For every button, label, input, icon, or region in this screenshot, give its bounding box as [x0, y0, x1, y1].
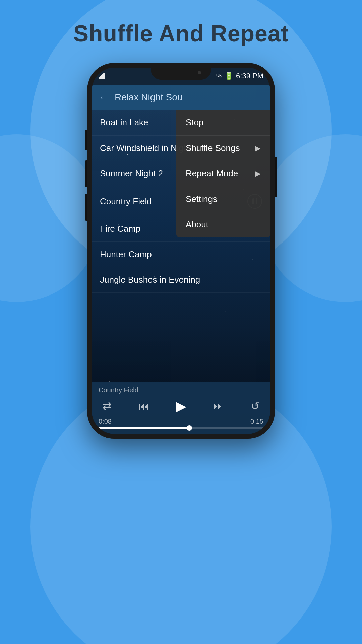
- page-title: Shuffle And Repeat: [73, 20, 289, 46]
- menu-item-stop[interactable]: Stop: [176, 110, 270, 136]
- progress-thumb[interactable]: [187, 425, 192, 431]
- mute-button[interactable]: [85, 194, 87, 221]
- battery-level: %: [216, 73, 222, 80]
- menu-item-repeat[interactable]: Repeat Mode ▶: [176, 161, 270, 186]
- toolbar-title: Relax Night Sou: [115, 92, 263, 103]
- now-playing-label: Country Field: [99, 386, 263, 394]
- time-row: 0:08 0:15: [99, 418, 263, 425]
- player-footer: Country Field ⇄ ⏮ ▶ ⏭ ↺ 0:08 0:15: [92, 382, 270, 434]
- progress-bar[interactable]: [99, 427, 263, 429]
- time-total: 0:15: [250, 418, 263, 425]
- clock: 6:39 PM: [236, 72, 263, 80]
- menu-item-shuffle[interactable]: Shuffle Songs ▶: [176, 136, 270, 161]
- camera-dot: [198, 71, 201, 74]
- progress-fill: [99, 427, 189, 429]
- signal-icon: [99, 73, 105, 79]
- play-button[interactable]: ▶: [173, 397, 189, 414]
- shuffle-button[interactable]: ⇄: [99, 397, 115, 414]
- volume-down-button[interactable]: [85, 160, 87, 187]
- battery-icon: 🔋: [224, 72, 233, 80]
- notch: [151, 68, 211, 80]
- shuffle-arrow-icon: ▶: [255, 144, 261, 153]
- toolbar: ← Relax Night Sou: [92, 85, 270, 110]
- player-controls: ⇄ ⏮ ▶ ⏭ ↺: [99, 397, 263, 414]
- menu-item-about[interactable]: About: [176, 212, 270, 237]
- context-menu: Stop Shuffle Songs ▶ Repeat Mode ▶ Setti…: [176, 110, 270, 237]
- time-current: 0:08: [99, 418, 112, 425]
- power-button[interactable]: [275, 157, 277, 197]
- menu-item-settings[interactable]: Settings: [176, 186, 270, 212]
- next-button[interactable]: ⏭: [210, 397, 227, 414]
- status-left: [99, 73, 105, 79]
- status-right: % 🔋 6:39 PM: [216, 72, 263, 80]
- phone-frame: % 🔋 6:39 PM ← Relax Night Sou Stop Shuff…: [87, 63, 275, 439]
- list-item[interactable]: Jungle Bushes in Evening: [92, 267, 270, 293]
- previous-button[interactable]: ⏮: [136, 397, 153, 414]
- phone-screen: % 🔋 6:39 PM ← Relax Night Sou Stop Shuff…: [92, 68, 270, 434]
- volume-up-button[interactable]: [85, 130, 87, 150]
- repeat-arrow-icon: ▶: [255, 169, 261, 178]
- repeat-button[interactable]: ↺: [247, 397, 263, 414]
- app-content: ← Relax Night Sou Stop Shuffle Songs ▶ R…: [92, 85, 270, 434]
- back-button[interactable]: ←: [99, 91, 109, 104]
- list-item[interactable]: Hunter Camp: [92, 242, 270, 267]
